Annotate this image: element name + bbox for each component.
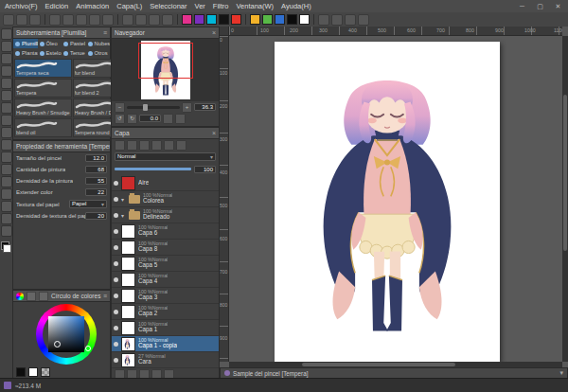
layer-panel-header[interactable]: Capa × [112,128,219,139]
tool-property-header[interactable]: Propiedad de herramienta [Tempera] ≡ [13,141,110,152]
layer-thumbnail[interactable] [121,337,135,351]
visibility-eye-icon[interactable] [114,245,118,250]
hue-ring[interactable] [36,304,97,365]
rotate-view-icon[interactable] [162,14,173,26]
visibility-eye-icon[interactable] [114,358,118,363]
zoom-tool-icon[interactable] [1,28,12,40]
slider-value[interactable]: 12.0 [85,154,107,162]
zoom-out-icon[interactable]: − [115,102,125,113]
set-as-reference-icon[interactable] [176,140,186,151]
slider-paint-density[interactable]: Densidad de la pintura 55 [13,175,110,187]
brush-tool-icon[interactable] [1,115,12,126]
layer-row[interactable]: 100 %NormalCapa 4 [112,272,219,288]
current-color-chip[interactable] [16,367,26,377]
material-panel-icon[interactable] [358,14,369,26]
layer-row[interactable]: 100 %NormalCapa 3 [112,288,219,304]
operation-tool-icon[interactable] [1,53,12,64]
vertical-scrollbar-thumb[interactable] [563,95,567,251]
subtool-tab-pastel[interactable]: Pastel [62,39,86,48]
subtool-tab-plumilla[interactable]: Plumilla [13,39,38,48]
panel-menu-icon[interactable]: ≡ [103,29,107,36]
layer-row[interactable]: 100 %NormalCapa 8 [112,240,219,256]
layer-thumbnail[interactable] [121,257,135,271]
zoom-in-icon[interactable] [122,14,133,26]
slider-value[interactable]: 55 [85,177,107,185]
copy-icon[interactable] [89,14,100,26]
visibility-eye-icon[interactable] [114,277,118,282]
color-swatch-blue[interactable] [275,14,285,25]
brush-item[interactable]: Tempera seca [14,59,72,78]
paper-texture-row[interactable]: Textura del papel Papel [13,198,110,210]
move-tool-icon[interactable] [1,41,12,52]
fill-tool-icon[interactable] [1,176,12,187]
select-tool-icon[interactable] [1,65,12,77]
paper-texture-dropdown[interactable]: Papel [69,200,107,208]
flip-horizontal-icon[interactable] [163,114,173,124]
layer-thumbnail[interactable] [121,353,135,367]
layer-mask-icon[interactable] [115,140,125,151]
layer-row[interactable]: 27 %NormalCara [112,352,219,368]
zoom-out-icon[interactable] [135,14,147,26]
lock-transparent-icon[interactable] [164,140,174,151]
layer-row[interactable]: 100 %NormalCapa 6 [112,223,219,240]
layer-row[interactable]: Aire [112,175,219,191]
subtool-tab-oleo[interactable]: Óleo [38,39,62,48]
horizontal-scrollbar-thumb[interactable] [302,363,455,366]
menu-ver[interactable]: Ver [195,2,205,10]
color-swatch-green[interactable] [262,14,273,25]
paper-texture-density-value[interactable]: 20 [85,212,107,220]
rotate-left-icon[interactable]: ↺ [115,114,125,124]
grid-icon[interactable] [318,14,329,26]
visibility-eye-icon[interactable] [114,310,118,314]
pencil-tool-icon[interactable] [1,102,12,114]
lasso-tool-icon[interactable] [1,78,12,89]
visibility-eye-icon[interactable] [114,213,118,218]
blend-mode-dropdown[interactable]: Normal [115,152,216,161]
layer-row[interactable]: ▾ 100 %NormalColorea [112,191,219,207]
menu-edicion[interactable]: Edición [45,2,69,10]
opacity-slider[interactable] [115,168,191,170]
color-panel-header[interactable]: Círculo de colores ≡ [13,291,110,302]
layer-row[interactable]: 100 %NormalCapa 1 [112,320,219,336]
color-set-tab-icon[interactable] [39,292,48,301]
visibility-eye-icon[interactable] [114,326,118,330]
brush-item[interactable]: blend oil [14,118,72,137]
rotate-right-icon[interactable]: ↻ [127,114,137,124]
slider-brush-size[interactable]: Tamaño del pincel 12.0 [13,152,110,164]
layer-row[interactable]: 100 %NormalCapa 5 [112,256,219,272]
brush-item[interactable]: Tempera [14,79,72,98]
visibility-eye-icon[interactable] [114,294,118,298]
layer-thumbnail[interactable] [121,305,135,319]
panel-menu-icon[interactable]: ≡ [103,293,107,299]
gradient-tool-icon[interactable] [1,188,12,200]
menu-ventana[interactable]: Ventana(W) [236,2,274,10]
slider-paint-amount[interactable]: Cantidad de pintura 68 [13,164,110,175]
folder-expand-icon[interactable]: ▾ [121,212,126,219]
menu-animacion[interactable]: Animación [76,2,109,10]
layer-thumbnail[interactable] [121,224,135,239]
snap-ruler-icon[interactable] [331,14,343,26]
reset-view-icon[interactable] [175,114,186,124]
visibility-eye-icon[interactable] [114,342,118,347]
blend-tool-icon[interactable] [1,164,12,175]
color-swatch-yellow[interactable] [250,14,260,25]
maximize-button[interactable]: ▢ [535,3,545,10]
navigator-view-rectangle[interactable] [138,43,193,79]
color-slider-tab-icon[interactable] [27,292,36,301]
subtool-tab-tenue[interactable]: Tenue [62,48,86,58]
layer-thumbnail[interactable] [121,289,135,303]
color-wheel-tab-icon[interactable] [16,293,24,300]
layer-row-selected[interactable]: 100 %NormalCapa 1 - copia [112,336,219,352]
navigator-close-icon[interactable]: × [212,29,216,36]
color-swatch-white[interactable] [299,14,310,25]
menu-capa[interactable]: Capa(L) [116,2,142,10]
opacity-value[interactable]: 100 [194,166,216,173]
text-tool-icon[interactable] [1,213,12,224]
visibility-eye-icon[interactable] [114,229,118,234]
sub-color-chip[interactable] [28,367,38,377]
layer-row[interactable]: 100 %NormalCapa 2 [112,304,219,320]
menu-ayuda[interactable]: Ayuda(H) [281,2,311,10]
color-swatch-cyan[interactable] [206,14,217,25]
canvas-viewport[interactable] [229,36,562,362]
color-swatch-magenta[interactable] [182,14,192,25]
